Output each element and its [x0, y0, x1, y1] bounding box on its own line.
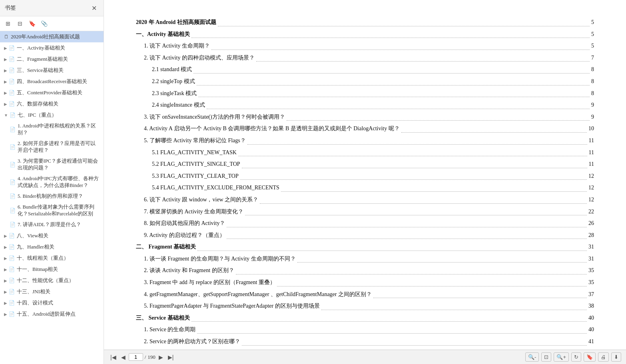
- toc-line-19[interactable]: 二、 Fragment 基础相关31: [136, 242, 594, 253]
- toc-line-20[interactable]: 1. 谈一谈 Fragment 的生命周期？与 Activity 生命周期的不同…: [136, 254, 594, 265]
- toc-page-15: 12: [588, 195, 594, 205]
- page-icon-ch7-4: 📄: [10, 179, 16, 185]
- toc-page-9: 10: [588, 123, 594, 134]
- page-separator: /: [145, 354, 146, 360]
- toc-line-15[interactable]: 6. 说下 Activity 跟 window，view 之间的关系？12: [136, 195, 594, 205]
- footer-left: |◀ ◀ / 190 ▶ ▶|: [109, 353, 175, 361]
- toc-line-17[interactable]: 8. 如何启动其他应用的 Activity？26: [136, 218, 594, 229]
- toc-line-24[interactable]: 5. FragmentPagerAdapter 与 FragmentStateP…: [136, 301, 594, 312]
- sidebar-item-ch14[interactable]: ▶ 📄 十四、设计模式: [0, 297, 104, 308]
- toc-page-7: 9: [591, 100, 594, 111]
- bookmark-icon[interactable]: 🔖: [27, 19, 37, 28]
- sidebar-item-ch6[interactable]: ▶ 📄 六、数据存储相关: [0, 98, 104, 109]
- sidebar-item-ch8[interactable]: ▶ 📄 八、View相关: [0, 230, 104, 241]
- sidebar-item-ch9-label: 九、Handler相关: [17, 243, 54, 251]
- sidebar-ch7-children: 📄 1. Android中进程和线程的关系？区别？ 📄 2. 如何开启多进程？应…: [0, 121, 104, 230]
- toc-page-1: 5: [591, 29, 594, 40]
- sidebar-item-ch7-3[interactable]: 📄 3. 为何需要IPC？多进程通信可能会出现的问题？: [0, 156, 104, 173]
- sidebar-item-ch5-label: 五、ContentProvider基础相关: [17, 89, 82, 96]
- sidebar: 书签 ✕ ⊞ ⊟ 🔖 📎 🗒 2020年Android社招高频面试题 ▶ 📄 一…: [0, 0, 104, 364]
- toc-line-21[interactable]: 2. 谈谈 Activity 和 Fragment 的区别？35: [136, 265, 594, 276]
- toc-line-1[interactable]: 一、Activity 基础相关5: [136, 29, 594, 40]
- toc-line-25[interactable]: 三、 Service 基础相关40: [136, 313, 594, 324]
- toc-line-0[interactable]: 2020 年 Android 社招高频面试题5: [136, 17, 594, 28]
- toc-line-22[interactable]: 3. Fragment 中 add 与 replace 的区别（Fragment…: [136, 277, 594, 288]
- first-page-button[interactable]: |◀: [109, 353, 118, 361]
- toc-line-12[interactable]: 5.2 FLAG_ACTIVITY_SINGLE_TOP11: [136, 159, 594, 170]
- toc-line-4[interactable]: 2.1 standard 模式8: [136, 64, 594, 75]
- toc-line-16[interactable]: 7. 横竖屏切换的 Activity 生命周期变化？22: [136, 207, 594, 217]
- fit-page-button[interactable]: ⊡: [541, 352, 551, 362]
- sidebar-item-ch7-7[interactable]: 📄 7. 讲讲AIDL？原理是什么？: [0, 219, 104, 230]
- sidebar-item-ch8-label: 八、View相关: [17, 232, 48, 239]
- sidebar-item-ch6-label: 六、数据存储相关: [17, 100, 58, 107]
- sidebar-item-ch12[interactable]: ▶ 📄 十二、性能优化（重点）: [0, 275, 104, 286]
- expand-all-icon[interactable]: ⊞: [3, 19, 13, 28]
- toc-text-5: 2.2 singleTop 模式: [152, 76, 195, 87]
- sidebar-item-ch7-5[interactable]: 📄 5. Binder机制的作用和原理？: [0, 191, 104, 202]
- toc-text-27: 2. Service 的两种启动方式？区别在哪？: [144, 336, 240, 347]
- toc-text-10: 5. 了解哪些 Activity 常用的标记位 Flags？: [144, 135, 246, 146]
- toc-text-24: 5. FragmentPagerAdapter 与 FragmentStateP…: [144, 301, 320, 312]
- toc-line-14[interactable]: 5.4 FLAG_ACTIVITY_EXCLUDE_FROM_RECENTS12: [136, 183, 594, 193]
- sidebar-item-root[interactable]: 🗒 2020年Android社招高频面试题: [0, 31, 104, 42]
- sidebar-item-ch7-1[interactable]: 📄 1. Android中进程和线程的关系？区别？: [0, 121, 104, 138]
- toc-line-13[interactable]: 5.3 FLAG_ACTIVITY_CLEAR_TOP12: [136, 171, 594, 182]
- pdf-content[interactable]: 2020 年 Android 社招高频面试题5一、Activity 基础相关51…: [104, 0, 626, 350]
- close-sidebar-button[interactable]: ✕: [89, 3, 99, 13]
- toc-line-27[interactable]: 2. Service 的两种启动方式？区别在哪？41: [136, 336, 594, 347]
- toc-line-18[interactable]: 9. Activity 的启动过程？（重点）28: [136, 230, 594, 241]
- toc-line-2[interactable]: 1. 说下 Activity 生命周期？5: [136, 41, 594, 52]
- sidebar-item-ch2[interactable]: ▶ 📄 二、Fragment基础相关: [0, 54, 104, 65]
- toc-line-10[interactable]: 5. 了解哪些 Activity 常用的标记位 Flags？11: [136, 135, 594, 146]
- rotate-button[interactable]: ↻: [571, 352, 581, 362]
- sidebar-item-ch7-3-label: 3. 为何需要IPC？多进程通信可能会出现的问题？: [18, 158, 100, 171]
- sidebar-item-ch1[interactable]: ▶ 📄 一、Activity基础相关: [0, 42, 104, 54]
- download-button[interactable]: ⬇: [611, 352, 621, 362]
- sidebar-item-ch7-6[interactable]: 📄 6. Bundle传递对象为什么需要序列化？Serializable和Par…: [0, 202, 104, 219]
- bookmark-button[interactable]: 🔖: [584, 352, 596, 362]
- toc-line-8[interactable]: 3. 说下 onSaveInstanceState()方法的作用？何时会被调用？…: [136, 112, 594, 123]
- sidebar-item-ch9[interactable]: ▶ 📄 九、Handler相关: [0, 241, 104, 253]
- sidebar-item-ch11[interactable]: ▶ 📄 十一、Bitmap相关: [0, 264, 104, 275]
- last-page-button[interactable]: ▶|: [166, 353, 175, 361]
- sidebar-item-ch3[interactable]: ▶ 📄 三、Service基础相关: [0, 65, 104, 76]
- print-button[interactable]: 🖨: [598, 352, 609, 362]
- page-number-input[interactable]: [129, 353, 143, 361]
- sidebar-item-ch10[interactable]: ▶ 📄 十、线程相关（重点）: [0, 253, 104, 264]
- toc-container: 2020 年 Android 社招高频面试题5一、Activity 基础相关51…: [136, 17, 594, 350]
- toc-line-6[interactable]: 2.3 singleTask 模式8: [136, 88, 594, 99]
- toc-line-23[interactable]: 4. getFragmentManager、getSupportFragment…: [136, 289, 594, 300]
- sidebar-item-ch7-2[interactable]: 📄 2. 如何开启多进程？应用是否可以开启个进程？: [0, 138, 104, 156]
- toc-text-12: 5.2 FLAG_ACTIVITY_SINGLE_TOP: [152, 159, 240, 170]
- toc-page-4: 8: [591, 64, 594, 75]
- collapse-all-icon[interactable]: ⊟: [15, 19, 25, 28]
- sidebar-item-ch7[interactable]: ▼ 📄 七、IPC（重点）: [0, 109, 104, 121]
- toc-line-5[interactable]: 2.2 singleTop 模式8: [136, 76, 594, 87]
- sidebar-item-ch4[interactable]: ▶ 📄 四、BroadcastReceiver基础相关: [0, 76, 104, 87]
- zoom-out-button[interactable]: 🔍-: [525, 352, 539, 362]
- toc-line-9[interactable]: 4. Activity A 启动另一个 Activity B 会调用哪些方法？如…: [136, 123, 594, 134]
- add-bookmark-icon[interactable]: 📎: [39, 19, 49, 28]
- toc-line-7[interactable]: 2.4 singleInstance 模式9: [136, 100, 594, 111]
- toc-dots-19: [197, 240, 587, 251]
- zoom-in-button[interactable]: 🔍+: [554, 352, 569, 362]
- toc-page-21: 35: [588, 265, 594, 276]
- toc-text-17: 8. 如何启动其他应用的 Activity？: [144, 218, 225, 229]
- prev-page-button[interactable]: ◀: [120, 353, 127, 361]
- page-icon-ch8: 📄: [9, 233, 15, 239]
- toc-text-15: 6. 说下 Activity 跟 window，view 之间的关系？: [144, 195, 258, 205]
- toc-dots-27: [242, 335, 587, 346]
- sidebar-item-ch13[interactable]: ▶ 📄 十三、JNI相关: [0, 286, 104, 297]
- sidebar-item-ch7-4[interactable]: 📄 4. Android中IPC方式有哪些、各种方式优缺点，为什么选择Binde…: [0, 173, 104, 191]
- toc-line-26[interactable]: 1. Service 的生命周期40: [136, 324, 594, 335]
- toc-text-4: 2.1 standard 模式: [152, 64, 192, 75]
- sidebar-item-ch5[interactable]: ▶ 📄 五、ContentProvider基础相关: [0, 87, 104, 98]
- toc-line-11[interactable]: 5.1 FLAG_ACTIVITY_NEW_TASK11: [136, 147, 594, 158]
- sidebar-item-ch15[interactable]: ▶ 📄 十五、Android进阶延伸点: [0, 308, 104, 320]
- toc-dots-24: [321, 299, 587, 310]
- toc-line-3[interactable]: 2. 说下 Activity 的四种启动模式、应用场景？7: [136, 53, 594, 64]
- toc-dots-16: [245, 205, 587, 216]
- toc-dots-3: [256, 51, 590, 62]
- next-page-button[interactable]: ▶: [157, 353, 165, 361]
